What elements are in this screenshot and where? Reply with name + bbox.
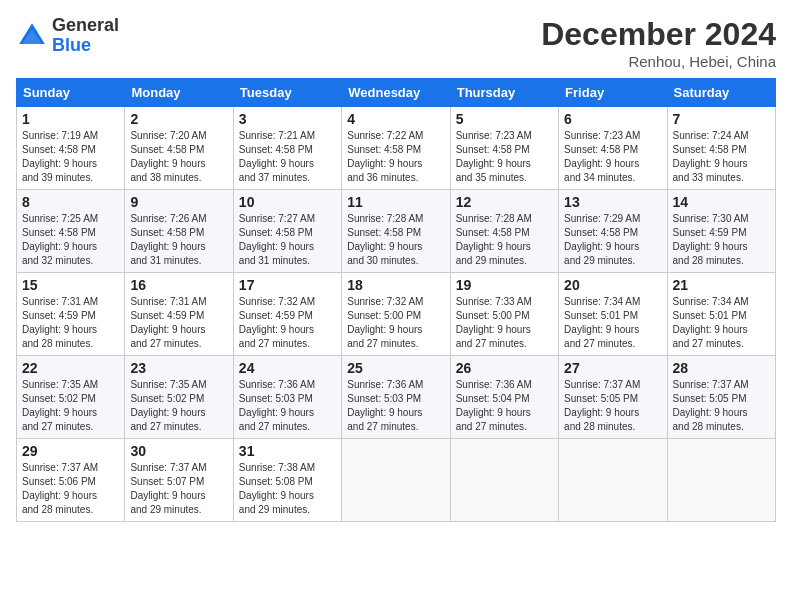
day-number: 26 [456, 360, 553, 376]
day-detail: Sunrise: 7:35 AM Sunset: 5:02 PM Dayligh… [130, 378, 227, 434]
day-number: 31 [239, 443, 336, 459]
day-detail: Sunrise: 7:32 AM Sunset: 5:00 PM Dayligh… [347, 295, 444, 351]
day-cell: 25Sunrise: 7:36 AM Sunset: 5:03 PM Dayli… [342, 356, 450, 439]
day-cell: 21Sunrise: 7:34 AM Sunset: 5:01 PM Dayli… [667, 273, 775, 356]
day-cell [559, 439, 667, 522]
day-cell: 14Sunrise: 7:30 AM Sunset: 4:59 PM Dayli… [667, 190, 775, 273]
month-title: December 2024 [541, 16, 776, 53]
day-number: 29 [22, 443, 119, 459]
day-detail: Sunrise: 7:34 AM Sunset: 5:01 PM Dayligh… [564, 295, 661, 351]
logo: General Blue [16, 16, 119, 56]
page-header: General Blue December 2024 Renhou, Hebei… [16, 16, 776, 70]
day-detail: Sunrise: 7:26 AM Sunset: 4:58 PM Dayligh… [130, 212, 227, 268]
day-cell: 1Sunrise: 7:19 AM Sunset: 4:58 PM Daylig… [17, 107, 125, 190]
day-detail: Sunrise: 7:38 AM Sunset: 5:08 PM Dayligh… [239, 461, 336, 517]
day-number: 24 [239, 360, 336, 376]
day-cell: 19Sunrise: 7:33 AM Sunset: 5:00 PM Dayli… [450, 273, 558, 356]
week-row-3: 15Sunrise: 7:31 AM Sunset: 4:59 PM Dayli… [17, 273, 776, 356]
day-cell: 28Sunrise: 7:37 AM Sunset: 5:05 PM Dayli… [667, 356, 775, 439]
day-detail: Sunrise: 7:36 AM Sunset: 5:03 PM Dayligh… [239, 378, 336, 434]
day-detail: Sunrise: 7:37 AM Sunset: 5:06 PM Dayligh… [22, 461, 119, 517]
day-number: 18 [347, 277, 444, 293]
day-number: 6 [564, 111, 661, 127]
day-number: 9 [130, 194, 227, 210]
day-cell: 12Sunrise: 7:28 AM Sunset: 4:58 PM Dayli… [450, 190, 558, 273]
day-cell: 2Sunrise: 7:20 AM Sunset: 4:58 PM Daylig… [125, 107, 233, 190]
day-cell: 13Sunrise: 7:29 AM Sunset: 4:58 PM Dayli… [559, 190, 667, 273]
title-block: December 2024 Renhou, Hebei, China [541, 16, 776, 70]
day-detail: Sunrise: 7:20 AM Sunset: 4:58 PM Dayligh… [130, 129, 227, 185]
logo-blue: Blue [52, 35, 91, 55]
day-detail: Sunrise: 7:25 AM Sunset: 4:58 PM Dayligh… [22, 212, 119, 268]
logo-general: General [52, 15, 119, 35]
day-number: 25 [347, 360, 444, 376]
day-cell: 11Sunrise: 7:28 AM Sunset: 4:58 PM Dayli… [342, 190, 450, 273]
day-detail: Sunrise: 7:36 AM Sunset: 5:03 PM Dayligh… [347, 378, 444, 434]
day-cell: 15Sunrise: 7:31 AM Sunset: 4:59 PM Dayli… [17, 273, 125, 356]
day-detail: Sunrise: 7:23 AM Sunset: 4:58 PM Dayligh… [456, 129, 553, 185]
week-row-2: 8Sunrise: 7:25 AM Sunset: 4:58 PM Daylig… [17, 190, 776, 273]
day-cell: 5Sunrise: 7:23 AM Sunset: 4:58 PM Daylig… [450, 107, 558, 190]
day-detail: Sunrise: 7:37 AM Sunset: 5:05 PM Dayligh… [673, 378, 770, 434]
col-tuesday: Tuesday [233, 79, 341, 107]
day-detail: Sunrise: 7:32 AM Sunset: 4:59 PM Dayligh… [239, 295, 336, 351]
day-cell: 4Sunrise: 7:22 AM Sunset: 4:58 PM Daylig… [342, 107, 450, 190]
day-detail: Sunrise: 7:19 AM Sunset: 4:58 PM Dayligh… [22, 129, 119, 185]
day-number: 20 [564, 277, 661, 293]
day-number: 3 [239, 111, 336, 127]
calendar-table: Sunday Monday Tuesday Wednesday Thursday… [16, 78, 776, 522]
day-cell: 24Sunrise: 7:36 AM Sunset: 5:03 PM Dayli… [233, 356, 341, 439]
day-number: 27 [564, 360, 661, 376]
day-cell [450, 439, 558, 522]
day-detail: Sunrise: 7:23 AM Sunset: 4:58 PM Dayligh… [564, 129, 661, 185]
day-cell: 22Sunrise: 7:35 AM Sunset: 5:02 PM Dayli… [17, 356, 125, 439]
day-cell: 26Sunrise: 7:36 AM Sunset: 5:04 PM Dayli… [450, 356, 558, 439]
col-wednesday: Wednesday [342, 79, 450, 107]
day-cell: 30Sunrise: 7:37 AM Sunset: 5:07 PM Dayli… [125, 439, 233, 522]
day-number: 28 [673, 360, 770, 376]
day-cell: 8Sunrise: 7:25 AM Sunset: 4:58 PM Daylig… [17, 190, 125, 273]
day-number: 11 [347, 194, 444, 210]
day-number: 1 [22, 111, 119, 127]
day-cell: 31Sunrise: 7:38 AM Sunset: 5:08 PM Dayli… [233, 439, 341, 522]
day-cell: 29Sunrise: 7:37 AM Sunset: 5:06 PM Dayli… [17, 439, 125, 522]
day-number: 4 [347, 111, 444, 127]
day-detail: Sunrise: 7:37 AM Sunset: 5:05 PM Dayligh… [564, 378, 661, 434]
day-number: 30 [130, 443, 227, 459]
day-detail: Sunrise: 7:31 AM Sunset: 4:59 PM Dayligh… [130, 295, 227, 351]
day-number: 8 [22, 194, 119, 210]
day-cell: 17Sunrise: 7:32 AM Sunset: 4:59 PM Dayli… [233, 273, 341, 356]
day-number: 10 [239, 194, 336, 210]
day-number: 15 [22, 277, 119, 293]
day-detail: Sunrise: 7:28 AM Sunset: 4:58 PM Dayligh… [347, 212, 444, 268]
logo-icon [16, 20, 48, 52]
col-monday: Monday [125, 79, 233, 107]
day-number: 22 [22, 360, 119, 376]
logo-text: General Blue [52, 16, 119, 56]
day-number: 17 [239, 277, 336, 293]
location: Renhou, Hebei, China [541, 53, 776, 70]
day-cell: 23Sunrise: 7:35 AM Sunset: 5:02 PM Dayli… [125, 356, 233, 439]
week-row-5: 29Sunrise: 7:37 AM Sunset: 5:06 PM Dayli… [17, 439, 776, 522]
day-detail: Sunrise: 7:29 AM Sunset: 4:58 PM Dayligh… [564, 212, 661, 268]
day-cell: 6Sunrise: 7:23 AM Sunset: 4:58 PM Daylig… [559, 107, 667, 190]
day-cell [667, 439, 775, 522]
day-detail: Sunrise: 7:31 AM Sunset: 4:59 PM Dayligh… [22, 295, 119, 351]
day-number: 13 [564, 194, 661, 210]
col-thursday: Thursday [450, 79, 558, 107]
day-cell: 10Sunrise: 7:27 AM Sunset: 4:58 PM Dayli… [233, 190, 341, 273]
col-friday: Friday [559, 79, 667, 107]
day-cell: 9Sunrise: 7:26 AM Sunset: 4:58 PM Daylig… [125, 190, 233, 273]
day-number: 14 [673, 194, 770, 210]
day-cell: 7Sunrise: 7:24 AM Sunset: 4:58 PM Daylig… [667, 107, 775, 190]
day-number: 16 [130, 277, 227, 293]
day-cell: 3Sunrise: 7:21 AM Sunset: 4:58 PM Daylig… [233, 107, 341, 190]
day-number: 21 [673, 277, 770, 293]
day-cell: 27Sunrise: 7:37 AM Sunset: 5:05 PM Dayli… [559, 356, 667, 439]
week-row-4: 22Sunrise: 7:35 AM Sunset: 5:02 PM Dayli… [17, 356, 776, 439]
header-row: Sunday Monday Tuesday Wednesday Thursday… [17, 79, 776, 107]
day-cell: 18Sunrise: 7:32 AM Sunset: 5:00 PM Dayli… [342, 273, 450, 356]
day-number: 5 [456, 111, 553, 127]
day-detail: Sunrise: 7:37 AM Sunset: 5:07 PM Dayligh… [130, 461, 227, 517]
day-number: 23 [130, 360, 227, 376]
